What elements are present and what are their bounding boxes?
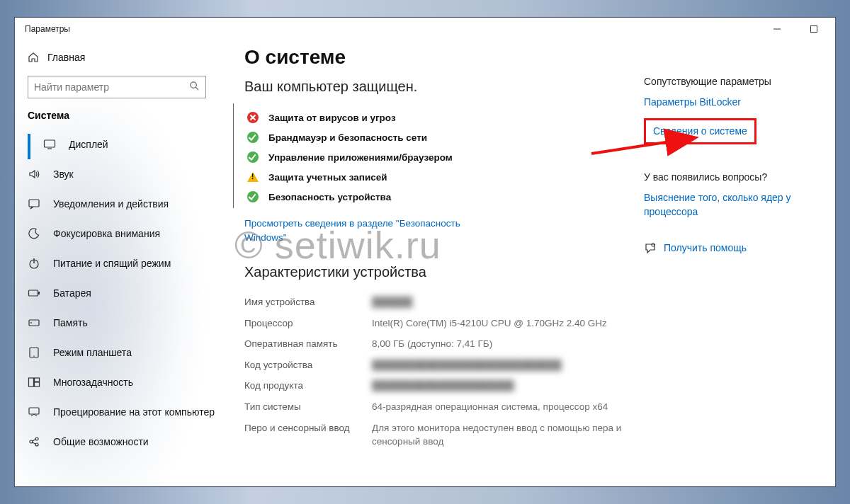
sidebar-item-power[interactable]: Питание и спящий режим xyxy=(15,248,227,278)
sidebar-home-label: Главная xyxy=(47,52,85,63)
spec-value: █████████████████████ xyxy=(372,379,514,393)
cores-help-link[interactable]: Выяснение того, сколько ядер у процессор… xyxy=(644,191,828,219)
security-item-device: Безопасность устройства xyxy=(247,187,630,207)
security-item-label: Брандмауэр и безопасность сети xyxy=(268,132,427,143)
check-icon xyxy=(247,132,259,143)
help-heading: У вас появились вопросы? xyxy=(644,171,828,183)
spec-label: Код устройства xyxy=(244,358,372,372)
maximize-button[interactable] xyxy=(801,21,827,38)
sidebar-item-shared[interactable]: Общие возможности xyxy=(15,427,227,457)
svg-point-14 xyxy=(33,355,35,357)
sidebar-nav: Дисплей Звук Уведомления и действия Фоку… xyxy=(15,130,227,486)
titlebar: Параметры xyxy=(15,18,835,40)
svg-line-3 xyxy=(196,87,198,90)
search-input[interactable] xyxy=(34,81,189,93)
svg-rect-15 xyxy=(29,378,34,386)
spec-row-device-id: Код устройства █████████████████████████… xyxy=(244,355,630,376)
sound-icon xyxy=(28,168,40,181)
spec-row-system-type: Тип системы 64-разрядная операционная си… xyxy=(244,396,630,418)
active-indicator xyxy=(28,134,30,159)
sidebar-item-label: Память xyxy=(53,317,88,328)
security-status-list: Защита от вирусов и угроз Брандмауэр и б… xyxy=(244,108,630,207)
sidebar-item-storage[interactable]: Память xyxy=(15,308,227,338)
error-icon xyxy=(247,112,259,123)
sidebar-item-label: Батарея xyxy=(53,287,91,299)
sidebar-item-label: Звук xyxy=(53,168,74,180)
main-content: О системе Ваш компьютер защищен. Защита … xyxy=(227,40,835,486)
svg-rect-18 xyxy=(29,408,39,414)
spec-label: Тип системы xyxy=(244,400,372,414)
sidebar-item-label: Проецирование на этот компьютер xyxy=(53,406,215,418)
battery-icon xyxy=(28,287,40,299)
spec-label: Имя устройства xyxy=(244,295,372,309)
page-title: О системе xyxy=(244,46,630,69)
security-item-label: Защита от вирусов и угроз xyxy=(268,113,396,123)
spec-value: Для этого монитора недоступен ввод с пом… xyxy=(372,421,630,449)
system-info-link[interactable]: Сведения о системе xyxy=(653,125,747,139)
project-icon xyxy=(28,406,40,418)
window-title: Параметры xyxy=(25,24,70,34)
spec-value: ██████ xyxy=(372,295,412,309)
sidebar-item-multitasking[interactable]: Многозадачность xyxy=(15,367,227,397)
shared-icon xyxy=(28,435,40,448)
spec-row-pen-touch: Перо и сенсорный ввод Для этого монитора… xyxy=(244,418,630,452)
svg-line-23 xyxy=(33,442,35,444)
chat-help-icon xyxy=(644,242,657,255)
sidebar-item-label: Уведомления и действия xyxy=(53,198,169,210)
svg-rect-1 xyxy=(811,26,817,33)
spec-label: Код продукта xyxy=(244,379,372,393)
svg-rect-17 xyxy=(35,382,40,386)
sidebar-item-sound[interactable]: Звук xyxy=(15,159,227,189)
bitlocker-link[interactable]: Параметры BitLocker xyxy=(644,96,828,110)
settings-window: Параметры Главная xyxy=(14,17,836,487)
svg-point-21 xyxy=(35,443,38,446)
sidebar-item-label: Фокусировка внимания xyxy=(53,228,160,239)
sidebar-item-label: Общие возможности xyxy=(53,436,149,447)
sidebar-item-battery[interactable]: Батарея xyxy=(15,278,227,308)
get-help-row[interactable]: Получить помощь xyxy=(644,241,828,256)
spec-value: 64-разрядная операционная система, проце… xyxy=(372,400,608,414)
sidebar-item-focus-assist[interactable]: Фокусировка внимания xyxy=(15,219,227,248)
related-settings-heading: Сопутствующие параметры xyxy=(644,76,828,87)
security-item-label: Управление приложениями/браузером xyxy=(268,152,453,163)
device-specs-heading: Характеристики устройства xyxy=(244,264,630,280)
svg-point-19 xyxy=(30,440,33,443)
spec-row-device-name: Имя устройства ██████ xyxy=(244,292,630,313)
spec-row-ram: Оперативная память 8,00 ГБ (доступно: 7,… xyxy=(244,333,630,355)
svg-rect-9 xyxy=(29,290,38,296)
moon-icon xyxy=(28,227,40,240)
svg-rect-4 xyxy=(45,140,55,147)
security-item-firewall: Брандмауэр и безопасность сети xyxy=(247,127,630,147)
multitasking-icon xyxy=(28,376,40,389)
minimize-button[interactable] xyxy=(764,21,790,38)
home-icon xyxy=(28,52,39,63)
security-item-label: Защита учетных записей xyxy=(268,172,387,183)
svg-rect-10 xyxy=(38,292,40,294)
notifications-icon xyxy=(28,197,40,210)
svg-point-12 xyxy=(30,322,32,323)
sidebar-item-label: Многозадачность xyxy=(53,377,133,388)
windows-security-link[interactable]: Просмотреть сведения в разделе "Безопасн… xyxy=(244,217,471,244)
security-item-label: Безопасность устройства xyxy=(268,192,391,202)
sidebar-item-label: Питание и спящий режим xyxy=(53,258,171,269)
sidebar-item-label: Режим планшета xyxy=(53,347,132,358)
security-item-virus: Защита от вирусов и угроз xyxy=(247,108,630,127)
spec-value: Intel(R) Core(TM) i5-4210U CPU @ 1.70GHz… xyxy=(372,316,607,331)
sidebar-item-notifications[interactable]: Уведомления и действия xyxy=(15,189,227,219)
svg-line-22 xyxy=(33,440,35,441)
sidebar-item-display[interactable]: Дисплей xyxy=(15,130,227,159)
security-item-app-browser: Управление приложениями/браузером xyxy=(247,147,630,167)
get-help-link[interactable]: Получить помощь xyxy=(664,241,747,256)
spec-value: 8,00 ГБ (доступно: 7,41 ГБ) xyxy=(372,337,492,351)
sidebar-item-tablet[interactable]: Режим планшета xyxy=(15,338,227,367)
check-icon xyxy=(247,151,259,163)
system-info-highlight: Сведения о системе xyxy=(644,118,756,145)
sidebar-home[interactable]: Главная xyxy=(15,43,227,71)
power-icon xyxy=(28,257,40,270)
search-box[interactable] xyxy=(28,76,206,98)
display-icon xyxy=(43,138,56,151)
search-icon xyxy=(189,81,200,93)
svg-point-2 xyxy=(191,82,196,88)
sidebar-item-projecting[interactable]: Проецирование на этот компьютер xyxy=(15,397,227,427)
warning-icon xyxy=(247,171,259,183)
